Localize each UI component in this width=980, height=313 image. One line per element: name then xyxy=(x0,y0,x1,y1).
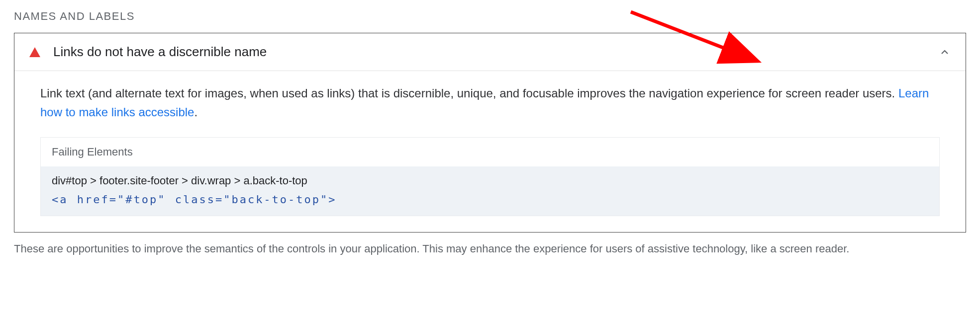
failing-elements-header: Failing Elements xyxy=(41,138,939,166)
description-text: Link text (and alternate text for images… xyxy=(40,86,898,100)
chevron-up-icon[interactable] xyxy=(939,46,951,58)
audit-card: Links do not have a discernible name Lin… xyxy=(14,33,966,233)
audit-description: Link text (and alternate text for images… xyxy=(40,84,940,122)
section-header: NAMES AND LABELS xyxy=(14,10,966,23)
footer-note: These are opportunities to improve the s… xyxy=(14,240,966,257)
failing-elements-box: Failing Elements div#top > footer.site-f… xyxy=(40,137,940,216)
audit-header[interactable]: Links do not have a discernible name xyxy=(14,33,966,71)
failing-elements-body: div#top > footer.site-footer > div.wrap … xyxy=(41,166,939,216)
audit-title: Links do not have a discernible name xyxy=(53,44,939,60)
audit-body: Link text (and alternate text for images… xyxy=(14,71,966,232)
failing-code-snippet: <a href="#top" class="back-to-top"> xyxy=(52,193,928,206)
failing-selector-path: div#top > footer.site-footer > div.wrap … xyxy=(52,174,928,187)
description-period: . xyxy=(194,105,197,119)
error-triangle-icon xyxy=(29,47,40,57)
